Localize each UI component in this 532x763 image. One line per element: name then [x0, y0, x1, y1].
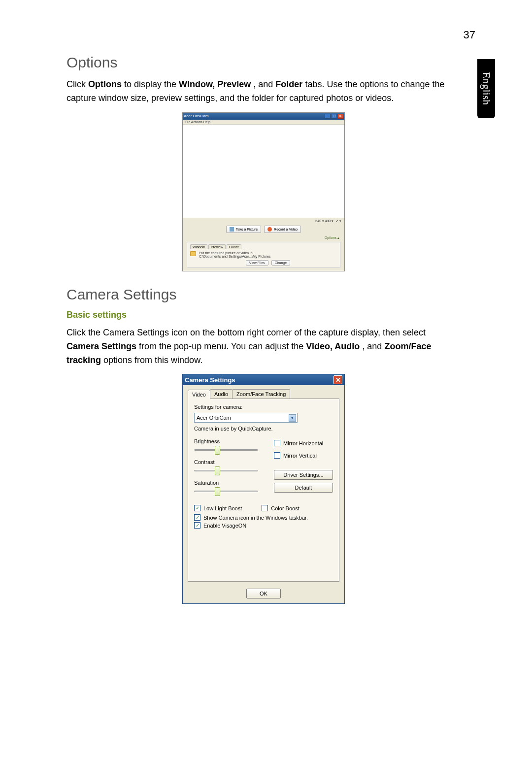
take-picture-button[interactable]: Take a Picture — [226, 226, 261, 233]
text-bold: Video, Audio — [306, 341, 360, 351]
show-camera-icon-checkbox[interactable]: ✓ Show Camera icon in the Windows taskba… — [194, 514, 333, 521]
settings-for-label: Settings for camera: — [194, 404, 333, 410]
camera-preview — [183, 124, 344, 218]
zoom-icon[interactable]: ⤢ ▾ — [335, 219, 341, 223]
folder-text: Put the captured picture or video in: C:… — [199, 251, 337, 265]
video-panel: Settings for camera: Acer OrbiCam ▾ Came… — [188, 398, 339, 582]
label: Color Boost — [271, 505, 299, 511]
label: Mirror Vertical — [283, 453, 317, 459]
checkbox-icon — [274, 452, 280, 459]
in-use-label: Camera in use by QuickCapture. — [194, 426, 333, 431]
options-heading: Options — [66, 54, 461, 71]
tab-video[interactable]: Video — [188, 390, 210, 399]
titlebar: Camera Settings ✕ — [183, 374, 344, 385]
text-bold: Folder — [275, 79, 302, 89]
text: Click the Camera Settings icon on the bo… — [66, 328, 426, 337]
brightness-slider[interactable] — [194, 445, 258, 454]
window-title: Camera Settings — [185, 376, 235, 384]
language-tab: English — [477, 59, 495, 118]
resolution-label[interactable]: 640 x 480 ▾ — [315, 219, 333, 223]
folder-tab-body: Put the captured picture or video in: C:… — [190, 251, 337, 265]
page-number: 37 — [464, 29, 475, 41]
camera-settings-paragraph: Click the Camera Settings icon on the bo… — [66, 326, 461, 367]
mirror-horizontal-checkbox[interactable]: Mirror Horizontal — [274, 440, 333, 446]
tab-preview[interactable]: Preview — [208, 244, 226, 249]
driver-settings-button[interactable]: Driver Settings... — [274, 470, 333, 480]
camera-settings-screenshot: Camera Settings ✕ Video Audio Zoom/Face … — [66, 374, 461, 604]
right-column: Mirror Horizontal Mirror Vertical Driver… — [274, 438, 333, 500]
label: Low Light Boost — [203, 505, 242, 511]
view-files-button[interactable]: View Files — [246, 260, 268, 265]
text-bold: Window, Preview — [179, 79, 251, 89]
columns: Brightness Contrast Saturation Mirror Ho… — [194, 438, 333, 500]
orbicam-window: Acer OrbiCam _ □ ✕ File Actions Help 640… — [182, 112, 345, 271]
camera-select[interactable]: Acer OrbiCam ▾ — [194, 413, 298, 423]
label: Show Camera icon in the Windows taskbar. — [203, 515, 308, 521]
text-bold: Camera Settings — [66, 341, 136, 351]
mirror-vertical-checkbox[interactable]: Mirror Vertical — [274, 452, 333, 459]
label: Enable VisageON — [203, 523, 246, 529]
close-button[interactable]: ✕ — [337, 114, 343, 119]
page-content: Options Click Options to display the Win… — [66, 54, 461, 619]
minimize-button[interactable]: _ — [325, 114, 331, 119]
ok-button[interactable]: OK — [246, 589, 281, 598]
orbicam-screenshot: Acer OrbiCam _ □ ✕ File Actions Help 640… — [66, 112, 461, 271]
dialog-body: Video Audio Zoom/Face Tracking Settings … — [183, 385, 344, 585]
contrast-slider[interactable] — [194, 466, 258, 475]
tab-zoom-face-tracking[interactable]: Zoom/Face Tracking — [232, 389, 290, 398]
action-buttons: Take a Picture Record a Video — [183, 224, 344, 235]
folder-buttons: View Files Change — [199, 260, 337, 265]
contrast-label: Contrast — [194, 459, 265, 465]
folder-path: C:\Documents and Settings\Acer...\My Pic… — [199, 255, 337, 258]
text-bold: Options — [88, 79, 122, 89]
checkbox-icon: ✓ — [194, 514, 200, 521]
text: , and — [253, 79, 275, 89]
close-button[interactable]: ✕ — [333, 375, 342, 384]
checkbox-icon — [262, 505, 268, 511]
camera-settings-window: Camera Settings ✕ Video Audio Zoom/Face … — [182, 374, 345, 604]
ok-row: OK — [183, 585, 344, 603]
menubar[interactable]: File Actions Help — [183, 120, 344, 124]
text: options from this window. — [103, 355, 202, 365]
tab-folder[interactable]: Folder — [227, 244, 241, 249]
titlebar: Acer OrbiCam _ □ ✕ — [183, 113, 344, 120]
label: Record a Video — [274, 228, 298, 231]
saturation-slider[interactable] — [194, 487, 258, 496]
options-panel: Window Preview Folder Put the captured p… — [187, 242, 340, 268]
camera-select-value: Acer OrbiCam — [197, 415, 231, 421]
enable-visageon-checkbox[interactable]: ✓ Enable VisageON — [194, 522, 333, 529]
basic-settings-subheading: Basic settings — [66, 310, 461, 320]
change-button[interactable]: Change — [271, 260, 291, 265]
record-icon — [267, 227, 272, 232]
brightness-label: Brightness — [194, 438, 265, 444]
text: Click — [66, 79, 88, 89]
text: to display the — [124, 79, 179, 89]
window-title: Acer OrbiCam — [184, 114, 209, 118]
sliders-column: Brightness Contrast Saturation — [194, 438, 265, 500]
label: Take a Picture — [236, 228, 258, 231]
chevron-down-icon: ▾ — [289, 414, 296, 422]
options-tabs: Window Preview Folder — [190, 244, 337, 249]
camera-icon — [230, 227, 234, 232]
status-line: 640 x 480 ▾ ⤢ ▾ — [183, 219, 344, 224]
options-paragraph: Click Options to display the Window, Pre… — [66, 78, 461, 105]
label: Mirror Horizontal — [283, 440, 323, 446]
color-boost-checkbox[interactable]: Color Boost — [262, 505, 299, 511]
text: from the pop-up menu. You can adjust the — [139, 341, 306, 351]
default-button[interactable]: Default — [274, 483, 333, 493]
tab-audio[interactable]: Audio — [210, 389, 233, 398]
options-link[interactable]: Options ▴ — [183, 235, 344, 242]
text: , and — [362, 341, 384, 351]
tab-window[interactable]: Window — [190, 244, 207, 249]
saturation-label: Saturation — [194, 480, 265, 486]
checkbox-icon — [274, 440, 280, 446]
checkbox-icon: ✓ — [194, 522, 200, 529]
record-video-button[interactable]: Record a Video — [264, 226, 301, 233]
low-light-boost-checkbox[interactable]: ✓ Low Light Boost — [194, 505, 242, 511]
folder-icon — [190, 251, 196, 256]
folder-message: Put the captured picture or video in: — [199, 251, 337, 255]
checkbox-icon: ✓ — [194, 505, 200, 511]
maximize-button[interactable]: □ — [331, 114, 337, 119]
camera-settings-heading: Camera Settings — [66, 286, 461, 303]
settings-tabs: Video Audio Zoom/Face Tracking — [188, 389, 339, 398]
